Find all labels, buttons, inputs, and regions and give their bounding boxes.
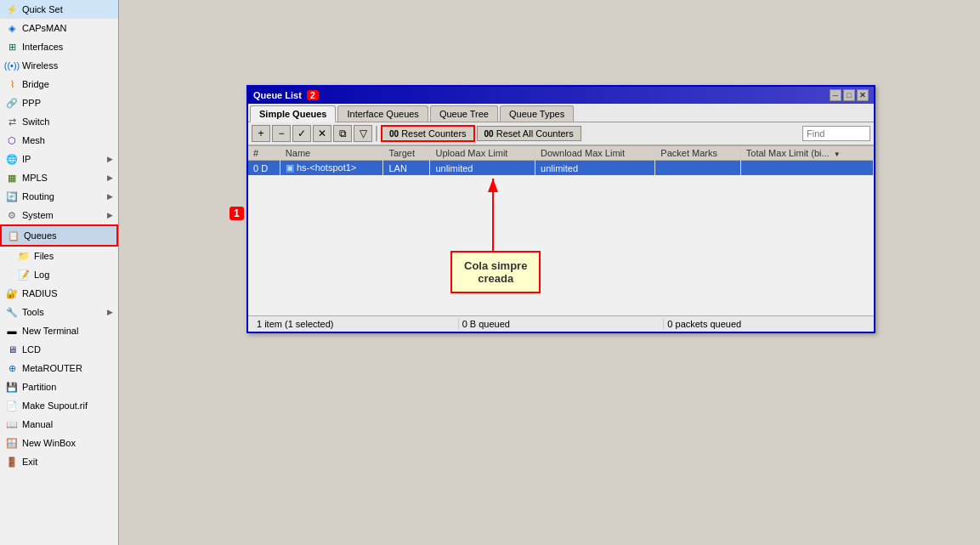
lcd-icon: 🖥 — [5, 343, 19, 356]
sidebar-label-capsman: CAPsMAN — [22, 23, 113, 33]
system-icon: ⚙ — [5, 208, 19, 222]
tools-arrow-icon: ▶ — [107, 308, 113, 316]
col-target[interactable]: Target — [383, 146, 430, 161]
cell-name: ▣ hs-<hotspot1> — [280, 161, 383, 176]
sidebar-label-newterminal: New Terminal — [22, 326, 113, 336]
tab-queue-types[interactable]: Queue Types — [500, 105, 574, 122]
newwinbox-icon: 🪟 — [5, 436, 19, 450]
sidebar-label-tools: Tools — [22, 307, 107, 317]
sidebar-item-newterminal[interactable]: ▬ New Terminal — [0, 321, 118, 340]
sidebar-item-interfaces[interactable]: ⊞ Interfaces — [0, 37, 118, 56]
sidebar-item-system[interactable]: ⚙ System ▶ — [0, 206, 118, 224]
system-arrow-icon: ▶ — [107, 211, 113, 219]
sidebar-label-ip: IP — [22, 154, 107, 164]
sidebar-item-files[interactable]: 📁 Files — [0, 247, 118, 265]
partition-icon: 💾 — [5, 380, 19, 394]
table-header-row: # Name Target Upload Max Limit Download … — [248, 146, 874, 161]
sidebar-item-routing[interactable]: 🔄 Routing ▶ — [0, 187, 118, 206]
sidebar-item-exit[interactable]: 🚪 Exit — [0, 452, 118, 471]
search-input[interactable] — [802, 126, 870, 141]
queue-icon-inline: ▣ — [286, 162, 297, 173]
ip-icon: 🌐 — [5, 152, 19, 166]
window-titlebar: Queue List 2 ─ □ ✕ — [248, 87, 874, 104]
sidebar-label-radius: RADIUS — [22, 288, 113, 298]
close-button[interactable]: ✕ — [857, 89, 869, 101]
cell-target: LAN — [383, 161, 430, 176]
window-badge: 2 — [307, 90, 319, 100]
sidebar-item-switch[interactable]: ⇄ Switch — [0, 112, 118, 131]
sidebar-item-log[interactable]: 📝 Log — [0, 265, 118, 284]
col-total-max[interactable]: Total Max Limit (bi... ▼ — [740, 146, 873, 161]
status-item-count: 1 item (1 selected) — [253, 318, 459, 330]
sidebar-item-capsman[interactable]: ◈ CAPsMAN — [0, 19, 118, 37]
sidebar-item-ip[interactable]: 🌐 IP ▶ — [0, 150, 118, 168]
remove-button[interactable]: − — [272, 125, 291, 142]
table-row[interactable]: 0 D ▣ hs-<hotspot1> LAN unlimited unlimi… — [248, 161, 874, 176]
sidebar-item-newwinbox[interactable]: 🪟 New WinBox — [0, 434, 118, 452]
sidebar-label-mesh: Mesh — [22, 135, 113, 145]
sidebar-item-wireless[interactable]: ((•)) Wireless — [0, 56, 118, 75]
sidebar-item-mesh[interactable]: ⬡ Mesh — [0, 131, 118, 150]
reset-all-counters-label: Reset All Counters — [496, 128, 574, 139]
col-download[interactable]: Download Max Limit — [535, 146, 655, 161]
sidebar-item-lcd[interactable]: 🖥 LCD — [0, 340, 118, 359]
metarouter-icon: ⊕ — [5, 361, 19, 375]
sidebar-item-radius[interactable]: 🔐 RADIUS — [0, 284, 118, 303]
queue-list-window: Queue List 2 ─ □ ✕ Simple Queues Interfa… — [246, 85, 875, 333]
sidebar-label-manual: Manual — [22, 419, 113, 429]
sidebar-item-makesupout[interactable]: 📄 Make Supout.rif — [0, 396, 118, 415]
routing-icon: 🔄 — [5, 190, 19, 203]
add-button[interactable]: + — [252, 125, 270, 142]
sidebar-label-interfaces: Interfaces — [22, 42, 113, 52]
col-num[interactable]: # — [248, 146, 280, 161]
sidebar-item-mpls[interactable]: ▦ MPLS ▶ — [0, 168, 118, 187]
sidebar-label-quickset: Quick Set — [22, 4, 113, 14]
titlebar-left: Queue List 2 — [253, 90, 319, 100]
tools-icon: 🔧 — [5, 305, 19, 319]
toolbar: + − ✓ ✕ ⧉ ▽ 00 Reset Counters 00 Reset A… — [248, 122, 874, 145]
sidebar-label-mpls: MPLS — [22, 173, 107, 183]
cell-upload: unlimited — [430, 161, 535, 176]
reset-counters-button[interactable]: 00 Reset Counters — [381, 125, 475, 142]
maximize-button[interactable]: □ — [843, 89, 855, 101]
enable-button[interactable]: ✓ — [292, 125, 311, 142]
ip-arrow-icon: ▶ — [107, 155, 113, 163]
annotation-label-1: 1 — [229, 207, 244, 220]
makesupout-icon: 📄 — [5, 399, 19, 412]
tab-bar: Simple Queues Interface Queues Queue Tre… — [248, 104, 874, 122]
col-upload[interactable]: Upload Max Limit — [430, 146, 535, 161]
sidebar-label-files: Files — [34, 251, 113, 261]
tab-interface-queues[interactable]: Interface Queues — [337, 105, 428, 122]
sidebar-item-queues[interactable]: 📋 Queues — [0, 224, 118, 247]
queue-table: # Name Target Upload Max Limit Download … — [248, 146, 874, 175]
tab-queue-tree[interactable]: Queue Tree — [430, 105, 498, 122]
mpls-icon: ▦ — [5, 171, 19, 185]
tab-simple-queues[interactable]: Simple Queues — [250, 105, 336, 122]
cell-total-max — [740, 161, 873, 176]
bridge-icon: ⌇ — [5, 77, 19, 91]
copy-button[interactable]: ⧉ — [333, 125, 352, 142]
minimize-button[interactable]: ─ — [830, 89, 841, 101]
sidebar-item-bridge[interactable]: ⌇ Bridge — [0, 75, 118, 94]
col-packet-marks[interactable]: Packet Marks — [655, 146, 740, 161]
window-controls: ─ □ ✕ — [830, 89, 869, 101]
log-icon: 📝 — [17, 268, 31, 281]
manual-icon: 📖 — [5, 417, 19, 431]
sidebar-item-partition[interactable]: 💾 Partition — [0, 378, 118, 396]
cell-download: unlimited — [535, 161, 655, 176]
sidebar-item-metarouter[interactable]: ⊕ MetaROUTER — [0, 359, 118, 378]
status-bar: 1 item (1 selected) 0 B queued 0 packets… — [248, 315, 874, 332]
radius-icon: 🔐 — [5, 287, 19, 300]
sidebar-label-switch: Switch — [22, 116, 113, 127]
col-name[interactable]: Name — [280, 146, 383, 161]
queues-icon: 📋 — [7, 229, 20, 242]
interfaces-icon: ⊞ — [5, 40, 19, 54]
reset-all-counters-button[interactable]: 00 Reset All Counters — [477, 126, 581, 141]
sidebar-item-manual[interactable]: 📖 Manual — [0, 415, 118, 434]
sidebar-item-tools[interactable]: 🔧 Tools ▶ — [0, 303, 118, 321]
disable-button[interactable]: ✕ — [313, 125, 331, 142]
sidebar-item-quickset[interactable]: ⚡ Quick Set — [0, 0, 118, 19]
sidebar-item-ppp[interactable]: 🔗 PPP — [0, 94, 118, 112]
window-title: Queue List — [253, 90, 302, 100]
filter-button[interactable]: ▽ — [354, 125, 372, 142]
